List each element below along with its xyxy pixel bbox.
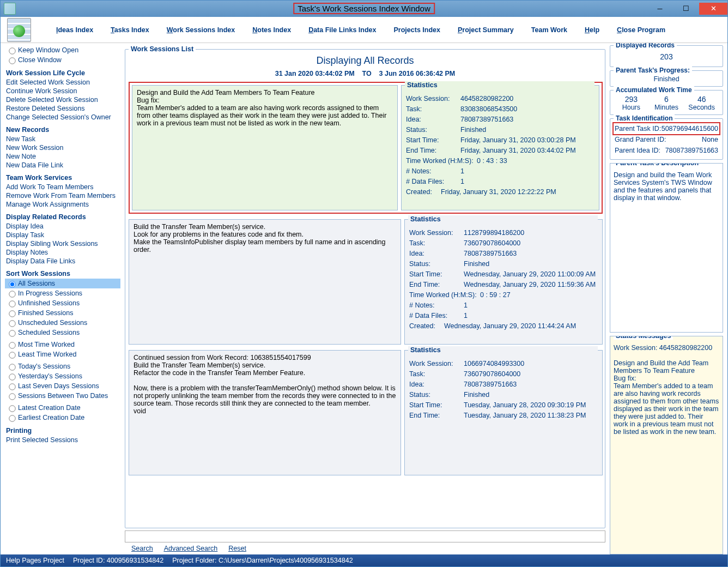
nav-link-new-work-session[interactable]: New Work Session — [5, 143, 120, 152]
radio-today-s-sessions[interactable]: Today's Sessions — [5, 361, 120, 371]
stat-value: 1 — [464, 312, 468, 319]
parent-idea-id-row: Parent Idea ID: 78087389751663 — [614, 145, 719, 156]
nav-link-print-selected-sessions[interactable]: Print Selected Sessions — [5, 436, 120, 444]
left-nav: Keep Window OpenClose WindowWork Session… — [5, 45, 122, 554]
work-session-record[interactable]: Build the Transfer Team Member(s) servic… — [129, 219, 603, 345]
radio-earliest-creation-date[interactable]: Earliest Creation Date — [5, 413, 120, 423]
stat-label: Idea: — [409, 381, 464, 388]
nav-link-delete-selected-work-session[interactable]: Delete Selected Work Session — [5, 95, 120, 104]
stat-label: End Time: — [409, 412, 464, 419]
toolbar-link-tasks-index[interactable]: Tasks Index — [111, 26, 149, 34]
window-title: Task's Work Sessions Index Window — [293, 3, 435, 14]
record-description: Design and Build the Add Team Members To… — [132, 85, 398, 210]
toolbar-link-work-sessions-index[interactable]: Work Sessions Index — [167, 26, 235, 34]
displayed-count: 203 — [614, 50, 719, 63]
parent-progress-box: Parent Task's Progress: Finished — [610, 70, 723, 87]
radio-finished-sessions[interactable]: Finished Sessions — [5, 308, 120, 318]
seconds-label: Seconds — [684, 104, 719, 111]
radio-scheduled-sessions[interactable]: Scheduled Sessions — [5, 328, 120, 337]
displayed-records-label: Displayed Records — [614, 43, 677, 49]
radio-in-progress-sessions[interactable]: In Progress Sessions — [5, 288, 120, 298]
work-session-record[interactable]: Continued session from Work Record: 1063… — [129, 350, 603, 475]
nav-link-continue-work-session[interactable]: Continue Work Session — [5, 87, 120, 95]
radio-label: Close Window — [18, 56, 62, 64]
toolbar-link-close-program[interactable]: Close Program — [617, 26, 665, 34]
close-window-button[interactable]: ✕ — [699, 3, 727, 15]
nav-link-display-sibling-work-sessions[interactable]: Display Sibling Work Sessions — [5, 239, 120, 248]
stat-value: Friday, January 31, 2020 12:22:22 PM — [441, 188, 556, 196]
minimize-button[interactable]: ─ — [647, 3, 673, 15]
nav-heading: Work Session Life Cycle — [6, 69, 120, 77]
nav-link-display-task[interactable]: Display Task — [5, 231, 120, 239]
nav-link-display-idea[interactable]: Display Idea — [5, 222, 120, 231]
radio-label: Keep Window Open — [18, 46, 78, 54]
stat-label: Start Time: — [409, 401, 464, 409]
nav-heading: New Records — [6, 126, 120, 134]
parent-progress-label: Parent Task's Progress: — [614, 67, 692, 74]
nav-link-display-notes[interactable]: Display Notes — [5, 248, 120, 257]
reset-link[interactable]: Reset — [228, 545, 246, 552]
nav-link-new-task[interactable]: New Task — [5, 135, 120, 143]
status-ws-header: Work Session: 46458280982200 — [614, 344, 719, 352]
radio-label: Latest Creation Date — [18, 404, 81, 412]
radio-all-sessions[interactable]: All Sessions — [5, 279, 120, 288]
radio-unfinished-sessions[interactable]: Unfinished Sessions — [5, 298, 120, 308]
minutes-value: 6 — [649, 95, 684, 104]
radio-label: Last Seven Days Sessions — [18, 382, 99, 390]
radio-label: Yesterday's Sessions — [18, 372, 82, 380]
nav-link-new-data-file-link[interactable]: New Data File Link — [5, 161, 120, 170]
radio-sessions-between-two-dates[interactable]: Sessions Between Two Dates — [5, 391, 120, 401]
parent-task-desc-text: Design and build the Team Work Services … — [614, 168, 719, 202]
nav-link-remove-work-from-team-members[interactable]: Remove Work From Team Members — [5, 191, 120, 200]
radio-close-window[interactable]: Close Window — [5, 55, 120, 65]
radio-last-seven-days-sessions[interactable]: Last Seven Days Sessions — [5, 381, 120, 391]
status-text: Design and Build the Add Team Members To… — [614, 359, 719, 436]
stat-value: Tuesday, January 28, 2020 11:38:23 PM — [464, 412, 586, 419]
nav-link-add-work-to-team-members[interactable]: Add Work To Team Members — [5, 183, 120, 191]
app-logo-icon — [7, 18, 31, 42]
grand-parent-id-label: Grand Parent ID: — [615, 136, 666, 143]
toolbar-link-ideas-index[interactable]: Ideas Index — [56, 26, 93, 34]
work-session-record[interactable]: Design and Build the Add Team Members To… — [129, 82, 603, 214]
search-link[interactable]: Search — [131, 545, 153, 552]
radio-label: In Progress Sessions — [18, 289, 82, 297]
radio-label: Least Time Worked — [18, 351, 76, 358]
radio-most-time-worked[interactable]: Most Time Worked — [5, 340, 120, 349]
toolbar-link-notes-index[interactable]: Notes Index — [252, 26, 291, 34]
nav-link-display-data-file-links[interactable]: Display Data File Links — [5, 257, 120, 266]
radio-keep-window-open[interactable]: Keep Window Open — [5, 45, 120, 55]
statistics-label: Statistics — [408, 346, 598, 354]
radio-least-time-worked[interactable]: Least Time Worked — [5, 349, 120, 359]
toolbar-link-project-summary[interactable]: Project Summary — [458, 26, 514, 34]
stat-value: Finished — [464, 260, 489, 268]
nav-link-edit-selected-work-session[interactable]: Edit Selected Work Session — [5, 78, 120, 87]
radio-latest-creation-date[interactable]: Latest Creation Date — [5, 403, 120, 413]
hours-label: Hours — [614, 104, 649, 111]
displaying-title: Displaying All Records — [125, 55, 605, 67]
statusbar-folder: Project Folder: C:\Users\Darren\Projects… — [172, 557, 353, 564]
nav-link-new-note[interactable]: New Note — [5, 152, 120, 161]
nav-link-restore-deleted-sessions[interactable]: Restore Deleted Sessions — [5, 104, 120, 113]
nav-link-manage-work-assignments[interactable]: Manage Work Assignments — [5, 200, 120, 209]
search-input[interactable] — [125, 530, 605, 542]
advanced-search-link[interactable]: Advanced Search — [164, 545, 218, 552]
radio-yesterday-s-sessions[interactable]: Yesterday's Sessions — [5, 371, 120, 381]
stat-label: # Data Files: — [409, 312, 464, 319]
statusbar: Help Pages Project Project ID: 400956931… — [1, 554, 727, 566]
statusbar-help[interactable]: Help Pages Project — [6, 557, 64, 564]
toolbar-link-data-file-links-index[interactable]: Data File Links Index — [308, 26, 376, 34]
toolbar-link-projects-index[interactable]: Projects Index — [394, 26, 440, 34]
radio-unscheduled-sessions[interactable]: Unscheduled Sessions — [5, 318, 120, 328]
statistics-label: Statistics — [408, 215, 598, 223]
work-sessions-list-legend: Work Sessions List — [129, 45, 196, 53]
task-identification-box: Task Identification Parent Task ID: 5087… — [610, 118, 723, 160]
nav-link-change-selected-session-s-owner[interactable]: Change Selected Session's Owner — [5, 113, 120, 122]
toolbar-link-help[interactable]: Help — [585, 26, 599, 34]
maximize-button[interactable]: ☐ — [673, 3, 699, 15]
records-scroll[interactable]: Design and Build the Add Team Members To… — [125, 81, 605, 528]
record-description: Continued session from Work Record: 1063… — [129, 350, 401, 475]
stat-value: 0 : 43 : 33 — [477, 157, 507, 165]
toolbar-link-team-work[interactable]: Team Work — [531, 26, 567, 34]
statistics-label: Statistics — [405, 81, 594, 89]
stat-label: Work Session: — [409, 360, 464, 367]
